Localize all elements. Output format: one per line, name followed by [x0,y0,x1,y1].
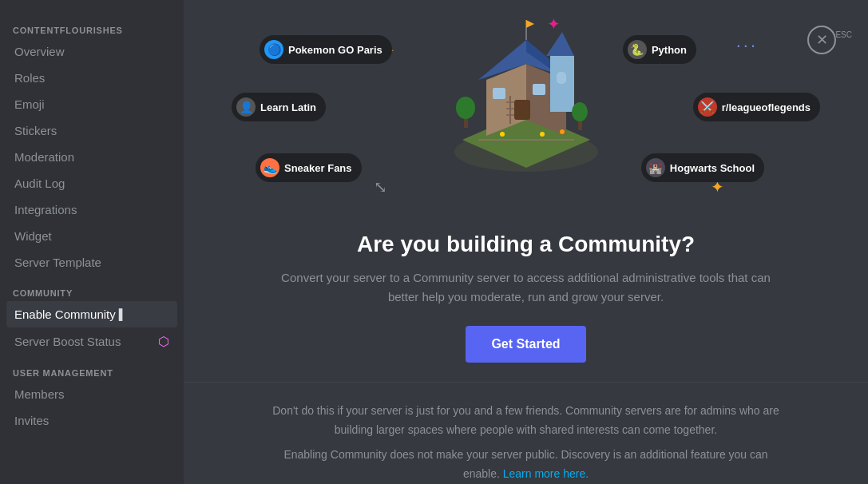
main-content: ✕ ESC ✦ ✦ ✦ ··· ⤡ 🔵 Pokemon GO Paris 👤 L… [184,0,868,484]
sidebar-item-server-boost-status[interactable]: Server Boost Status ⬡ [6,327,177,355]
league-icon: ⚔️ [698,97,717,117]
server-badge-python: 🐍 Python [623,35,696,64]
svg-marker-17 [526,20,534,28]
sidebar-item-moderation[interactable]: Moderation [6,144,177,170]
svg-point-19 [500,132,505,137]
footer-text: Don't do this if your server is just for… [255,402,798,484]
sidebar-item-overview[interactable]: Overview [6,38,177,65]
iso-house-illustration [438,16,614,176]
page-description: Convert your server to a Community serve… [271,268,782,307]
sneaker-label: Sneaker Fans [284,162,352,174]
sidebar-item-server-template[interactable]: Server Template [6,249,177,276]
svg-rect-10 [493,88,505,99]
latin-label: Learn Latin [260,101,316,113]
community-content: Are you building a Community? Convert yo… [255,232,798,363]
page-title: Are you building a Community? [271,232,782,257]
server-badge-sneaker: 👟 Sneaker Fans [256,153,362,182]
sidebar-item-stickers[interactable]: Stickers [6,117,177,144]
hogwarts-label: Hogwarts School [670,162,755,174]
svg-point-20 [540,132,545,137]
sidebar-item-widget[interactable]: Widget [6,223,177,249]
sidebar-item-enable-community[interactable]: Enable Community ▌ [6,301,177,327]
get-started-button[interactable]: Get Started [466,326,585,363]
svg-point-13 [456,97,475,119]
sidebar-item-emoji[interactable]: Emoji [6,91,177,117]
expand-icon: ⤡ [374,177,387,196]
footer-line2: Enabling Community does not make your se… [271,446,782,484]
pokemon-icon: 🔵 [264,40,283,59]
sidebar-item-members[interactable]: Members [6,381,177,407]
python-icon: 🐍 [628,40,647,59]
latin-icon: 👤 [236,97,256,117]
sidebar-item-roles[interactable]: Roles [6,65,177,91]
hogwarts-icon: 🏰 [646,158,665,177]
learn-more-link[interactable]: Learn more here. [503,467,589,480]
illustration-area: ✦ ✦ ✦ ··· ⤡ 🔵 Pokemon GO Paris 👤 Learn L… [184,0,868,224]
dots-decoration: ··· [736,35,758,56]
server-badge-latin: 👤 Learn Latin [232,93,326,121]
boost-icon: ⬡ [158,334,169,349]
sidebar-item-invites[interactable]: Invites [6,407,177,434]
svg-rect-8 [557,72,566,84]
server-badge-hogwarts: 🏰 Hogwarts School [641,153,764,182]
sidebar-item-audit-log[interactable]: Audit Log [6,170,177,196]
svg-marker-7 [546,32,574,56]
server-badge-pokemon: 🔵 Pokemon GO Paris [260,35,392,64]
sidebar-section-community: COMMUNITY [6,276,177,301]
league-label: r/leagueoflegends [722,101,811,113]
pokemon-label: Pokemon GO Paris [288,44,382,56]
sidebar-section-user-management: USER MANAGEMENT [6,355,177,381]
server-badge-league: ⚔️ r/leagueoflegends [693,93,820,121]
footer-line1: Don't do this if your server is just for… [271,402,782,440]
sidebar-item-integrations[interactable]: Integrations [6,196,177,223]
svg-point-15 [572,102,588,121]
sidebar: CONTENTFLOURISHES Overview Roles Emoji S… [0,0,184,484]
divider [184,382,868,383]
svg-rect-9 [514,100,530,120]
sidebar-section-contentflourishes: CONTENTFLOURISHES [6,13,177,38]
svg-rect-11 [533,84,545,95]
python-label: Python [652,44,687,56]
svg-point-21 [560,129,565,134]
sneaker-icon: 👟 [260,158,279,177]
cursor-indicator: ▌ [119,308,126,320]
